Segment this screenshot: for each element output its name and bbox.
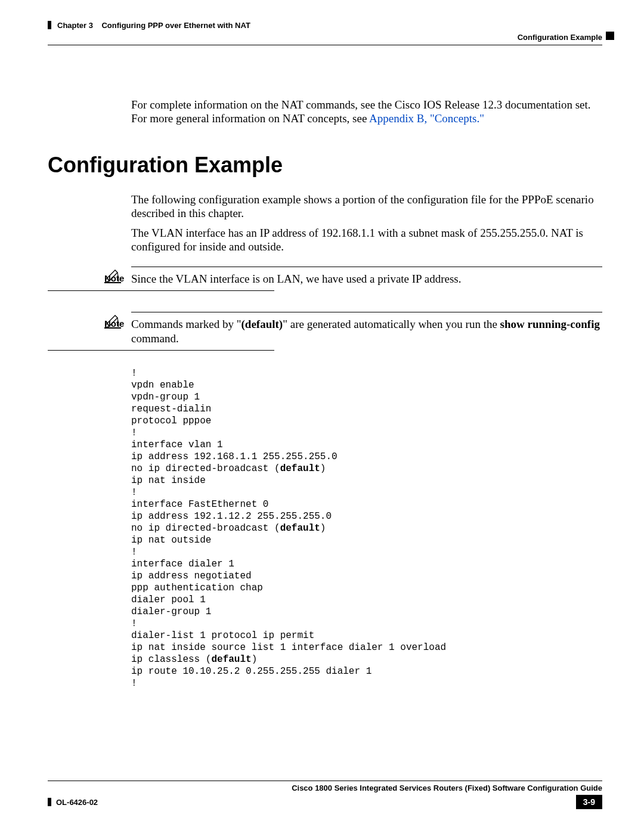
guide-title: Cisco 1800 Series Integrated Services Ro… xyxy=(48,784,602,792)
chapter-heading: Chapter 3 Configuring PPP over Ethernet … xyxy=(57,21,250,30)
page-header: Chapter 3 Configuring PPP over Ethernet … xyxy=(48,21,602,42)
header-rule-mark xyxy=(48,21,51,29)
footer-rule xyxy=(48,781,602,781)
note-block-1: Note Since the VLAN interface is on LAN,… xyxy=(48,267,602,291)
header-rule xyxy=(48,45,602,45)
appendix-link[interactable]: Appendix B, "Concepts." xyxy=(369,112,484,125)
section-paragraph-2: The VLAN interface has an IP address of … xyxy=(131,226,602,253)
intro-paragraph: For complete information on the NAT comm… xyxy=(131,98,602,126)
doc-id-wrap: OL-6426-02 xyxy=(48,798,98,807)
note-rule-top xyxy=(131,312,602,317)
section-heading: Configuration Example xyxy=(518,33,602,42)
section-title: Configuration Example xyxy=(48,153,602,178)
footer-rule-mark xyxy=(48,798,51,806)
section-paragraph-1: The following configuration example show… xyxy=(131,193,602,220)
chapter-title: Configuring PPP over Ethernet with NAT xyxy=(101,21,250,30)
pencil-icon xyxy=(104,312,121,331)
content: For complete information on the NAT comm… xyxy=(48,98,602,689)
note-rule-bottom xyxy=(48,290,274,291)
page-number: 3-9 xyxy=(576,795,602,809)
page-footer: Cisco 1800 Series Integrated Services Ro… xyxy=(48,781,602,809)
note-2-text: Commands marked by "(default)" are gener… xyxy=(131,317,602,345)
pencil-icon xyxy=(104,267,121,286)
note-rule-bottom xyxy=(48,350,274,351)
config-code-block: ! vpdn enable vpdn-group 1 request-diali… xyxy=(131,367,602,689)
note-rule-top xyxy=(131,267,602,272)
note-1-text: Since the VLAN interface is on LAN, we h… xyxy=(131,272,602,286)
header-end-marker xyxy=(606,32,614,40)
page: Chapter 3 Configuring PPP over Ethernet … xyxy=(48,21,602,689)
doc-id: OL-6426-02 xyxy=(56,798,98,807)
intro-text: For complete information on the NAT comm… xyxy=(131,98,591,125)
chapter-label: Chapter 3 xyxy=(57,21,93,30)
note-block-2: Note Commands marked by "(default)" are … xyxy=(48,312,602,350)
